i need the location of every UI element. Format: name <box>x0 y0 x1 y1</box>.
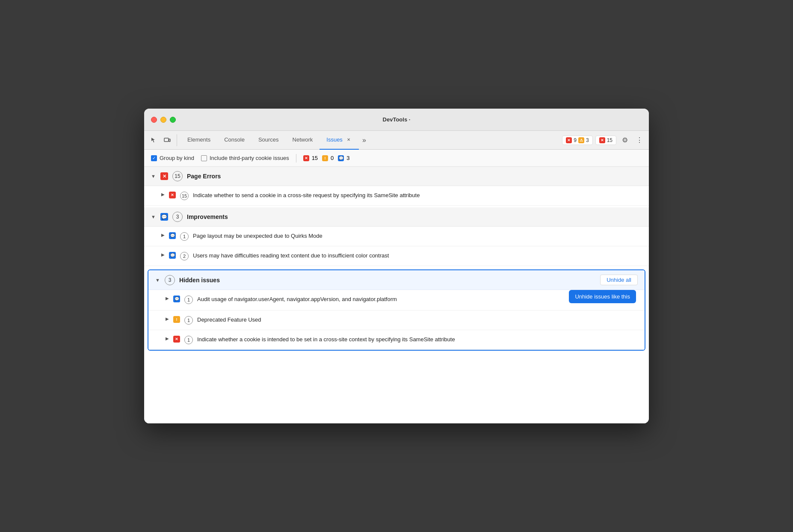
error-icon: ✕ <box>566 137 572 143</box>
titlebar: DevTools · <box>144 109 649 131</box>
issue-row[interactable]: ▶ ✕ 15 Indicate whether to send a cookie… <box>144 186 649 206</box>
improvements-title: Improvements <box>187 213 228 220</box>
row-chevron-icon: ▶ <box>161 233 165 237</box>
tab-network[interactable]: Network <box>286 131 320 150</box>
more-options-button[interactable]: ⋮ <box>633 134 645 146</box>
error-badge-group: ✕ 9 ⚠ 3 <box>562 136 592 145</box>
warning-count: 3 <box>586 137 589 143</box>
checkbox-checked-icon: ✓ <box>151 155 157 161</box>
row-count-badge: 1 <box>180 232 189 241</box>
issue-text: Deprecated Feature Used <box>197 316 638 324</box>
hidden-issue-row[interactable]: ▶ ! 1 Deprecated Feature Used <box>148 310 645 330</box>
row-error-icon: ✕ <box>173 336 180 343</box>
filter-info-count: 3 <box>346 155 349 161</box>
filter-error-count: 15 <box>312 155 318 161</box>
row-error-icon: ✕ <box>169 192 176 198</box>
issues-content: ▼ ✕ 15 Page Errors ▶ ✕ 15 Indicate wheth… <box>144 167 649 423</box>
hidden-issues-section-header[interactable]: ▼ 3 Hidden issues Unhide all <box>148 270 645 290</box>
hidden-issue-row-1-container: ▶ 💬 1 Audit usage of navigator.userAgent… <box>148 290 645 310</box>
tab-elements[interactable]: Elements <box>180 131 217 150</box>
issues-count: 15 <box>607 137 613 143</box>
warning-icon: ⚠ <box>578 137 584 143</box>
issue-text: Users may have difficulties reading text… <box>193 251 642 260</box>
row-warning-icon: ! <box>173 316 180 323</box>
settings-button[interactable]: ⚙ <box>619 134 631 146</box>
tabbar-right: ✕ 9 ⚠ 3 ✕ 15 ⚙ ⋮ <box>562 134 645 146</box>
issue-row[interactable]: ▶ 💬 1 Page layout may be unexpected due … <box>144 227 649 246</box>
row-chevron-icon: ▶ <box>161 252 165 257</box>
hidden-issues-chevron: ▼ <box>155 278 160 283</box>
improvements-section-header[interactable]: ▼ 💬 3 Improvements <box>144 207 649 227</box>
row-count-badge: 1 <box>184 316 193 325</box>
svg-rect-0 <box>164 138 169 142</box>
issue-row[interactable]: ▶ 💬 2 Users may have difficulties readin… <box>144 246 649 266</box>
filterbar: ✓ Group by kind Include third-party cook… <box>144 150 649 167</box>
filter-warning-icon: ! <box>322 155 328 161</box>
inspect-icon[interactable] <box>148 134 160 146</box>
issues-badge-group: ✕ 15 <box>595 136 616 145</box>
improvements-chevron: ▼ <box>151 214 156 219</box>
hidden-issues-title: Hidden issues <box>179 277 220 284</box>
checkbox-empty-icon <box>201 155 207 161</box>
error-count: 9 <box>574 137 577 143</box>
hidden-issues-section: ▼ 3 Hidden issues Unhide all ▶ 💬 1 Audit… <box>148 269 645 351</box>
device-mode-icon[interactable] <box>161 134 173 146</box>
row-chevron-icon: ▶ <box>166 316 169 321</box>
filter-divider <box>296 154 296 163</box>
tab-console[interactable]: Console <box>217 131 252 150</box>
row-count-badge: 2 <box>180 252 189 260</box>
devtools-window: DevTools · Elements Console Sources <box>144 109 649 423</box>
unhide-issues-tooltip[interactable]: Unhide issues like this <box>569 290 636 303</box>
svg-rect-1 <box>169 139 170 142</box>
row-chevron-icon: ▶ <box>161 192 165 197</box>
page-errors-title: Page Errors <box>187 173 221 180</box>
row-chevron-icon: ▶ <box>166 336 169 341</box>
improvements-count: 3 <box>172 212 183 222</box>
page-errors-icon: ✕ <box>160 172 168 180</box>
include-third-party-checkbox[interactable]: Include third-party cookie issues <box>201 155 289 161</box>
window-title: DevTools · <box>383 116 411 123</box>
tab-more-button[interactable]: » <box>359 136 370 144</box>
page-errors-chevron: ▼ <box>151 174 156 179</box>
issue-text: Indicate whether to send a cookie in a c… <box>193 191 642 200</box>
issue-text: Page layout may be unexpected due to Qui… <box>193 232 642 240</box>
row-count-badge: 1 <box>184 336 193 344</box>
row-info-icon: 💬 <box>169 252 176 259</box>
filter-error-icon: ✕ <box>303 155 309 161</box>
hidden-issues-count: 3 <box>165 275 175 285</box>
filter-badges: ✕ 15 ! 0 💬 3 <box>303 155 350 161</box>
page-errors-count: 15 <box>172 171 183 181</box>
unhide-all-button[interactable]: Unhide all <box>600 275 638 285</box>
issues-error-icon: ✕ <box>599 137 605 143</box>
close-button[interactable] <box>151 117 157 123</box>
traffic-lights <box>151 117 176 123</box>
row-info-icon: 💬 <box>169 232 176 239</box>
hidden-issue-row[interactable]: ▶ ✕ 1 Indicate whether a cookie is inten… <box>148 330 645 350</box>
maximize-button[interactable] <box>170 117 176 123</box>
tab-issues[interactable]: Issues ✕ <box>320 131 359 150</box>
row-count-badge: 15 <box>180 192 189 200</box>
row-count-badge: 1 <box>184 296 193 304</box>
page-errors-section-header[interactable]: ▼ ✕ 15 Page Errors <box>144 167 649 186</box>
tab-sources[interactable]: Sources <box>252 131 286 150</box>
tab-close-icon[interactable]: ✕ <box>345 136 352 143</box>
issue-text: Audit usage of navigator.userAgent, navi… <box>197 295 621 304</box>
row-chevron-icon: ▶ <box>166 296 169 301</box>
row-info-icon: 💬 <box>173 296 180 302</box>
tabbar: Elements Console Sources Network Issues … <box>144 131 649 150</box>
minimize-button[interactable] <box>160 117 166 123</box>
toolbar-icons <box>148 134 177 146</box>
issue-text: Indicate whether a cookie is intended to… <box>197 335 638 344</box>
filter-info-icon: 💬 <box>338 155 344 161</box>
filter-warning-count: 0 <box>331 155 334 161</box>
improvements-icon: 💬 <box>160 213 168 221</box>
group-by-kind-checkbox[interactable]: ✓ Group by kind <box>151 155 194 161</box>
